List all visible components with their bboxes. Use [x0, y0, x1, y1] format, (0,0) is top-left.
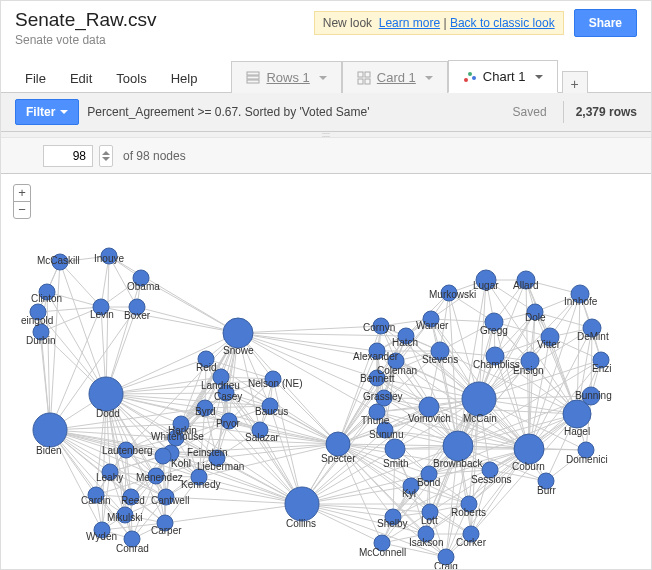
svg-point-570	[482, 462, 498, 478]
zoom-in-button[interactable]: +	[14, 185, 30, 201]
menu-help[interactable]: Help	[161, 65, 208, 92]
svg-point-579	[438, 549, 454, 565]
chevron-down-icon	[319, 76, 327, 80]
svg-point-544	[385, 439, 405, 459]
svg-point-550	[388, 353, 404, 369]
svg-point-548	[377, 422, 393, 438]
svg-point-564	[571, 285, 589, 303]
svg-point-535	[33, 413, 67, 447]
svg-line-408	[60, 262, 101, 307]
svg-point-554	[431, 342, 449, 360]
network-graph[interactable]: BidenDoddSnoweCollinsMcCainBrownbackCobu…	[1, 174, 651, 570]
learn-more-link[interactable]: Learn more	[379, 16, 440, 30]
svg-line-35	[60, 262, 106, 394]
svg-line-126	[165, 504, 302, 523]
chart-toolbar: of 98 nodes	[1, 138, 651, 174]
svg-rect-0	[247, 72, 259, 75]
svg-point-607	[158, 489, 174, 505]
svg-point-585	[133, 270, 149, 286]
svg-point-578	[463, 526, 479, 542]
filter-button-label: Filter	[26, 105, 55, 119]
svg-line-45	[106, 393, 226, 394]
svg-point-577	[461, 496, 477, 512]
tab-rows[interactable]: Rows 1	[231, 61, 341, 93]
svg-point-575	[418, 526, 434, 542]
tab-rows-label: Rows 1	[266, 70, 309, 85]
svg-point-566	[593, 352, 609, 368]
svg-line-370	[591, 328, 592, 396]
banner-text: New look	[323, 16, 372, 30]
svg-point-603	[191, 469, 207, 485]
svg-point-605	[88, 487, 104, 503]
svg-point-576	[422, 504, 438, 520]
stepper-down-icon[interactable]	[102, 157, 110, 161]
svg-point-572	[403, 478, 419, 494]
svg-point-537	[223, 318, 253, 348]
svg-point-541	[514, 434, 544, 464]
svg-line-74	[238, 326, 381, 333]
svg-line-107	[302, 504, 426, 534]
card-icon	[357, 71, 371, 85]
tab-card-label: Card 1	[377, 70, 416, 85]
svg-point-539	[462, 382, 496, 416]
svg-point-555	[423, 311, 439, 327]
svg-point-540	[443, 431, 473, 461]
chevron-down-icon	[425, 76, 433, 80]
svg-point-560	[527, 304, 543, 320]
svg-point-559	[485, 313, 503, 331]
new-look-banner: New look Learn more | Back to classic lo…	[314, 11, 564, 35]
menu-edit[interactable]: Edit	[60, 65, 102, 92]
svg-point-7	[464, 78, 468, 82]
svg-point-561	[486, 347, 504, 365]
svg-point-604	[102, 464, 118, 480]
svg-point-592	[197, 400, 213, 416]
rows-icon	[246, 71, 260, 85]
svg-point-597	[252, 422, 268, 438]
svg-point-562	[521, 352, 539, 370]
menu-file[interactable]: File	[15, 65, 56, 92]
svg-line-76	[141, 278, 238, 333]
back-to-classic-link[interactable]: Back to classic look	[450, 16, 555, 30]
svg-rect-5	[358, 79, 363, 84]
svg-point-547	[369, 404, 385, 420]
svg-point-589	[213, 369, 229, 385]
svg-point-568	[578, 442, 594, 458]
svg-point-600	[155, 448, 171, 464]
svg-point-545	[419, 397, 439, 417]
svg-point-571	[421, 466, 437, 482]
node-count-input[interactable]	[43, 145, 93, 167]
tab-card[interactable]: Card 1	[342, 61, 448, 93]
svg-point-602	[148, 468, 164, 484]
zoom-out-button[interactable]: −	[14, 201, 30, 218]
svg-point-580	[52, 254, 68, 270]
add-tab-button[interactable]: +	[562, 71, 588, 93]
svg-point-8	[468, 72, 472, 76]
share-button[interactable]: Share	[574, 9, 637, 37]
svg-point-611	[124, 531, 140, 547]
tab-chart-label: Chart 1	[483, 69, 526, 84]
svg-line-40	[106, 278, 141, 394]
chevron-down-icon[interactable]	[535, 75, 543, 79]
svg-point-563	[541, 328, 559, 346]
chart-icon	[463, 70, 477, 84]
svg-point-567	[582, 387, 600, 405]
node-stepper[interactable]	[99, 145, 113, 167]
tab-chart[interactable]: Chart 1	[448, 60, 558, 93]
svg-point-558	[517, 271, 535, 289]
svg-line-39	[106, 256, 109, 394]
svg-line-417	[109, 256, 137, 307]
chart-area[interactable]: + − BidenDoddSnoweCollinsMcCainBrownback…	[1, 174, 651, 570]
view-tabs: Rows 1 Card 1 Chart 1 +	[231, 60, 587, 92]
svg-point-594	[168, 430, 184, 446]
svg-rect-4	[365, 72, 370, 77]
svg-point-565	[583, 319, 601, 337]
stepper-up-icon[interactable]	[102, 151, 110, 155]
svg-point-598	[118, 442, 134, 458]
svg-point-601	[209, 450, 225, 466]
header-actions: New look Learn more | Back to classic lo…	[314, 9, 637, 37]
svg-point-552	[398, 328, 414, 344]
menu-tools[interactable]: Tools	[106, 65, 156, 92]
filter-button[interactable]: Filter	[15, 99, 79, 125]
filter-text[interactable]: Percent_Agreement >= 0.67. Sorted by 'Vo…	[87, 105, 504, 119]
svg-point-549	[369, 370, 385, 386]
